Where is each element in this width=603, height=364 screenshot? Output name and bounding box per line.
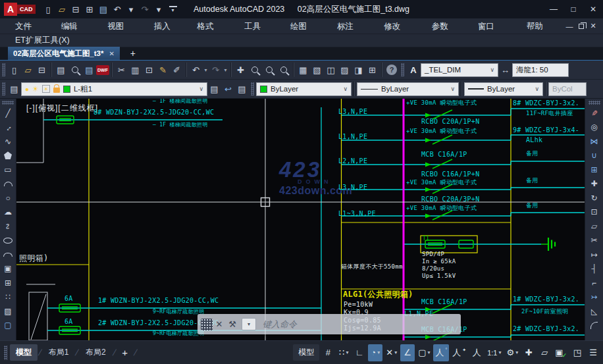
osnap-icon[interactable]: ▢▾ [416,344,432,361]
quick-calc-icon[interactable]: ⊞ [365,62,379,78]
menu-item-9[interactable]: 参数(P) [422,18,468,34]
grid-display-icon[interactable]: # [321,344,335,361]
workspace-gear-icon[interactable]: ⚙▾ [504,344,520,361]
qredo-icon[interactable]: ↷ [139,3,151,16]
undo-icon[interactable]: ↶ [189,62,203,78]
layer-select[interactable]: ● ☀ ☀ L-粗1 ∨ [21,82,207,96]
active-document-tab[interactable]: 02高层公区电气施工图_t3* ✕ [8,47,120,60]
toolbar-grip[interactable] [2,101,14,105]
doc-close-icon[interactable]: ✕ [587,20,599,32]
drawing-canvas[interactable]: 423 DOWN 423down.com [-][俯视][二维线框] — 1F … [16,99,585,340]
customization-menu-icon[interactable]: ☰ [586,344,600,361]
redo-chevron-icon[interactable]: ▾ [153,3,165,16]
undo-chevron-icon[interactable]: ▾ [203,62,209,78]
command-drag-handle[interactable] [201,319,213,330]
layer-previous-icon[interactable]: ↩ [221,81,235,97]
text-style-icon[interactable]: A [406,62,421,78]
snap-mode-icon[interactable]: ∷ ▾ [336,344,351,361]
zoom-previous-icon[interactable] [280,66,287,73]
close-icon[interactable]: ✕ [583,1,603,18]
insert-block-icon[interactable]: ▣ [1,262,14,276]
offset-icon[interactable]: ∪ [588,149,601,163]
qnew-icon[interactable]: ▯ [42,3,55,16]
osnap-tracking-icon[interactable]: ∠ [400,344,415,361]
clean-screen-icon[interactable]: ◳ [570,344,585,361]
rectangle-icon[interactable]: ▭ [1,163,14,177]
command-line[interactable]: ✕ ⚒ ▾ 键入命令 [197,314,461,334]
maximize-icon[interactable]: □ [564,1,583,18]
plot-icon[interactable]: ▤ [82,62,96,78]
annotation-visibility-icon[interactable]: 人° [433,344,449,361]
save-icon[interactable]: ⊟ [35,62,49,78]
arc-icon[interactable] [1,177,14,192]
zoom-realtime-icon[interactable] [251,66,258,73]
point-icon[interactable]: ∷ [1,290,14,305]
zoom-window-icon[interactable] [266,66,273,73]
sheet-set-icon[interactable]: ▨ [338,62,352,78]
scale-indicator[interactable]: 1:1▾ [485,344,503,361]
toolbar-grip[interactable] [2,63,5,76]
polygon-icon[interactable] [1,149,14,163]
command-customize-icon[interactable]: ⚒ [226,318,239,331]
ellipse-icon[interactable] [1,234,14,248]
layout-tab-2[interactable]: 布局2 [80,344,112,361]
paste-icon[interactable]: ⊡ [142,62,156,78]
dim-style-select[interactable]: _TEL_DIM ∨ [421,63,498,77]
copy-clip-icon[interactable]: ▥ [128,62,142,78]
break-point-icon[interactable]: ┤ [588,262,601,276]
cut-icon[interactable]: ✂ [115,62,128,78]
layer-unlock-icon[interactable] [53,88,60,93]
revision-cloud-icon[interactable]: ☁ [1,205,14,220]
break-icon[interactable]: ⌐ [588,276,601,290]
viewport-controls[interactable]: [-][俯视][二维线框] [26,103,98,114]
annotation-scale-icon[interactable]: 人 [469,344,484,361]
toolbar-grip[interactable] [251,82,254,95]
isodraft-icon[interactable]: ✕▾ [384,344,399,361]
mirror-icon[interactable]: ⋈ [588,134,601,149]
tab-close-icon[interactable]: ✕ [109,50,114,57]
plot-style-select[interactable]: ByCol [548,82,587,96]
menu-item-et-tools[interactable]: ET扩展工具(X) [15,35,70,46]
dwf-icon[interactable]: DWF [96,65,109,75]
hatch-icon[interactable]: ▨ [1,304,14,319]
move-icon[interactable]: ✚ [588,177,601,192]
pan-icon[interactable]: ✚ [234,62,248,78]
qa-more-icon[interactable]: ▾ [169,6,177,13]
open-icon[interactable]: ▱ [21,62,35,78]
fillet-icon[interactable] [588,319,601,333]
trim-icon[interactable]: ✂ [588,234,601,248]
layer-thaw-icon[interactable]: ☀ [32,85,39,93]
isolate-objects-icon[interactable]: ▱ [537,344,552,361]
lineweight-select[interactable]: ByLayer ∨ [464,82,543,96]
viewports-icon[interactable]: ▧ [310,62,324,78]
layer-translate-icon[interactable]: ◨ [352,62,365,78]
redo-icon[interactable]: ↷ [209,62,223,78]
layer-vp-freeze-icon[interactable]: ☀ [42,85,50,93]
named-views-icon[interactable]: ▦ [296,62,310,78]
print-icon[interactable]: ▤ [54,62,68,78]
qsave-icon[interactable]: ⊟ [70,3,82,16]
match-cell-icon[interactable]: ✐ [170,62,184,78]
graphics-performance-icon[interactable]: ▣✓ [553,344,569,361]
redo-chevron-icon[interactable]: ▾ [223,62,228,78]
toolbar-grip[interactable] [2,82,5,95]
array-icon[interactable]: ⊞ [588,163,601,177]
qsaveas-icon[interactable]: ⊞ [84,3,96,16]
menu-item-7[interactable]: 标注(N) [327,18,374,34]
make-current-layer-icon[interactable]: ▤ [207,81,221,97]
dimension-icon[interactable]: ↔ [498,62,512,78]
color-select[interactable]: ByLayer ∨ [256,82,352,96]
menu-item-2[interactable]: 视图(V) [97,18,144,34]
qplot-icon[interactable]: ▤ [97,3,110,16]
qundo-icon[interactable]: ↶ [111,3,124,16]
layer-properties-icon[interactable]: ▤ [7,81,21,97]
chamfer-icon[interactable]: ◺ [588,304,601,319]
circle-icon[interactable]: ○ [1,191,14,205]
scale-style-select[interactable]: 海龍1: 50 [512,63,569,77]
model-space-toggle[interactable]: 模型 [293,344,319,361]
new-layout-button[interactable]: + [117,347,133,358]
qopen-icon[interactable]: ▱ [56,3,68,16]
recent-commands-icon[interactable]: ▾ [242,318,256,330]
rotate-icon[interactable]: ↻ [588,191,601,205]
scale-icon[interactable]: ⊡ [588,205,601,220]
